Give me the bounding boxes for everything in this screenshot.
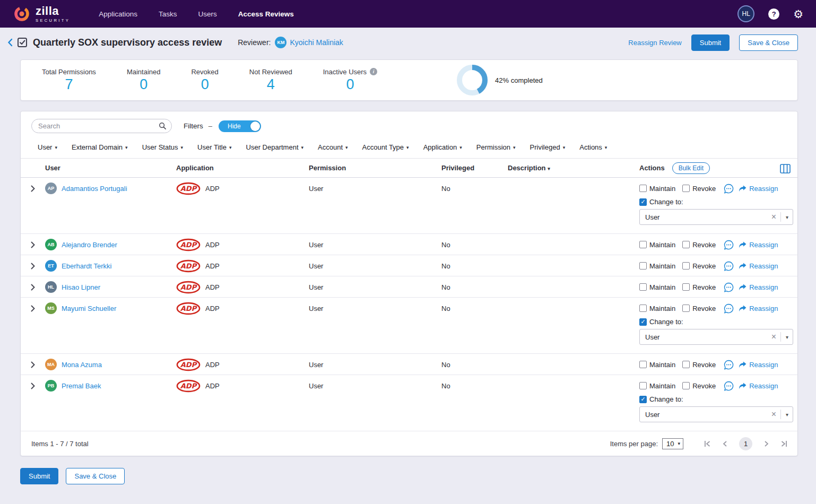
svg-text:ADP: ADP: [180, 361, 197, 369]
revoke-checkbox[interactable]: Revoke: [682, 283, 716, 291]
table-row: ET Eberhardt Terkki ADP ADP User No Main…: [21, 255, 797, 276]
maintain-checkbox[interactable]: Maintain: [639, 262, 675, 270]
expand-row-chevron-icon[interactable]: [21, 276, 45, 291]
pagination-prev-button[interactable]: [723, 440, 727, 447]
settings-gear-icon[interactable]: ⚙: [793, 8, 803, 20]
reassign-link[interactable]: Reassign: [739, 361, 778, 369]
filter-application[interactable]: Application▾: [423, 143, 462, 151]
change-to-checkbox[interactable]: ✓ Change to:: [639, 395, 798, 403]
change-to-select[interactable]: User × ▾: [639, 406, 793, 422]
clear-icon[interactable]: ×: [767, 410, 780, 419]
comment-icon[interactable]: [724, 303, 734, 314]
comment-icon[interactable]: [724, 360, 734, 370]
pagination-last-button[interactable]: [780, 440, 788, 447]
help-icon[interactable]: ?: [768, 8, 779, 20]
maintain-checkbox[interactable]: Maintain: [639, 185, 675, 193]
user-name-link[interactable]: Alejandro Brender: [62, 241, 117, 249]
column-picker-icon[interactable]: [780, 164, 791, 173]
nav-tasks[interactable]: Tasks: [159, 10, 177, 18]
user-name-link[interactable]: Hisao Lipner: [62, 283, 100, 291]
nav-access-reviews[interactable]: Access Reviews: [238, 10, 294, 18]
filter-actions[interactable]: Actions▾: [579, 143, 607, 151]
revoke-checkbox[interactable]: Revoke: [682, 382, 716, 390]
expand-row-chevron-icon[interactable]: [21, 178, 45, 192]
chevron-down-icon[interactable]: ▾: [781, 334, 788, 340]
submit-button-bottom[interactable]: Submit: [20, 468, 58, 484]
comment-icon[interactable]: [724, 261, 734, 271]
change-to-checkbox[interactable]: ✓ Change to:: [639, 318, 798, 326]
maintain-checkbox[interactable]: Maintain: [639, 382, 675, 390]
change-to-section: ✓ Change to: User × ▾: [639, 318, 798, 353]
reassign-link[interactable]: Reassign: [739, 283, 778, 291]
reassign-link[interactable]: Reassign: [739, 382, 778, 390]
user-name-link[interactable]: Mayumi Schueller: [62, 305, 116, 312]
column-header-description[interactable]: Description ▾: [508, 164, 639, 172]
comment-icon[interactable]: [724, 184, 734, 194]
maintain-checkbox[interactable]: Maintain: [639, 283, 675, 291]
revoke-checkbox[interactable]: Revoke: [682, 262, 716, 270]
maintain-checkbox[interactable]: Maintain: [639, 241, 675, 249]
reassign-link[interactable]: Reassign: [739, 185, 778, 193]
expand-row-chevron-icon[interactable]: [21, 375, 45, 389]
items-per-page-select[interactable]: 10 ▾: [662, 438, 683, 449]
reviewer-name-link[interactable]: Kyoichi Maliniak: [290, 38, 343, 47]
user-name-link[interactable]: Eberhardt Terkki: [62, 262, 111, 270]
change-to-select[interactable]: User × ▾: [639, 209, 793, 225]
chevron-down-icon: ▾: [345, 145, 348, 150]
filter-permission[interactable]: Permission▾: [476, 143, 516, 151]
expand-row-chevron-icon[interactable]: [21, 298, 45, 312]
filter-user[interactable]: User▾: [38, 143, 57, 151]
maintain-checkbox[interactable]: Maintain: [639, 305, 675, 312]
brand-logo[interactable]: zilla SECURITY: [13, 5, 70, 23]
chevron-down-icon[interactable]: ▾: [781, 412, 788, 418]
maintain-checkbox[interactable]: Maintain: [639, 361, 675, 369]
pagination-first-button[interactable]: [704, 440, 711, 447]
expand-row-chevron-icon[interactable]: [21, 255, 45, 270]
reassign-review-link[interactable]: Reassign Review: [628, 39, 681, 47]
filter-external-domain[interactable]: External Domain▾: [72, 143, 128, 151]
user-avatar[interactable]: HL: [737, 5, 754, 22]
reassign-link[interactable]: Reassign: [739, 305, 778, 312]
nav-applications[interactable]: Applications: [99, 10, 137, 18]
checkbox-box-checked: ✓: [639, 198, 647, 206]
clear-icon[interactable]: ×: [767, 333, 780, 341]
user-avatar-badge: HL: [45, 281, 57, 293]
filter-account-type[interactable]: Account Type▾: [362, 143, 409, 151]
reassign-link[interactable]: Reassign: [739, 241, 778, 249]
table-header-row: User Application Permission Privileged D…: [21, 158, 797, 178]
reassign-link[interactable]: Reassign: [739, 262, 778, 270]
bulk-edit-button[interactable]: Bulk Edit: [672, 162, 710, 174]
filter-user-department[interactable]: User Department▾: [246, 143, 304, 151]
comment-icon[interactable]: [724, 381, 734, 391]
user-name-link[interactable]: Adamantios Portugali: [62, 185, 127, 193]
nav-users[interactable]: Users: [198, 10, 216, 18]
expand-row-chevron-icon[interactable]: [21, 234, 45, 248]
filters-collapse-icon[interactable]: –: [209, 122, 212, 130]
change-to-select[interactable]: User × ▾: [639, 329, 793, 345]
stat-value: 0: [201, 76, 209, 93]
submit-button[interactable]: Submit: [691, 34, 730, 51]
change-to-checkbox[interactable]: ✓ Change to:: [639, 198, 798, 206]
search-input[interactable]: [31, 119, 172, 133]
revoke-checkbox[interactable]: Revoke: [682, 361, 716, 369]
comment-icon[interactable]: [724, 240, 734, 250]
filter-privileged[interactable]: Privileged▾: [530, 143, 566, 151]
filters-hide-toggle[interactable]: Hide: [219, 120, 261, 132]
clear-icon[interactable]: ×: [767, 213, 780, 221]
filter-account[interactable]: Account▾: [318, 143, 348, 151]
filter-user-title[interactable]: User Title▾: [197, 143, 231, 151]
save-close-button[interactable]: Save & Close: [739, 34, 798, 51]
pagination-next-button[interactable]: [764, 440, 769, 447]
back-chevron-icon[interactable]: [7, 38, 13, 47]
user-name-link[interactable]: Premal Baek: [62, 382, 101, 390]
revoke-checkbox[interactable]: Revoke: [682, 185, 716, 193]
comment-icon[interactable]: [724, 282, 734, 292]
revoke-checkbox[interactable]: Revoke: [682, 305, 716, 312]
revoke-checkbox[interactable]: Revoke: [682, 241, 716, 249]
user-name-link[interactable]: Mona Azuma: [62, 361, 102, 369]
filter-user-status[interactable]: User Status▾: [142, 143, 183, 151]
expand-row-chevron-icon[interactable]: [21, 354, 45, 368]
save-close-button-bottom[interactable]: Save & Close: [66, 468, 125, 484]
pagination-page-1[interactable]: 1: [739, 437, 752, 450]
chevron-down-icon[interactable]: ▾: [781, 214, 788, 220]
